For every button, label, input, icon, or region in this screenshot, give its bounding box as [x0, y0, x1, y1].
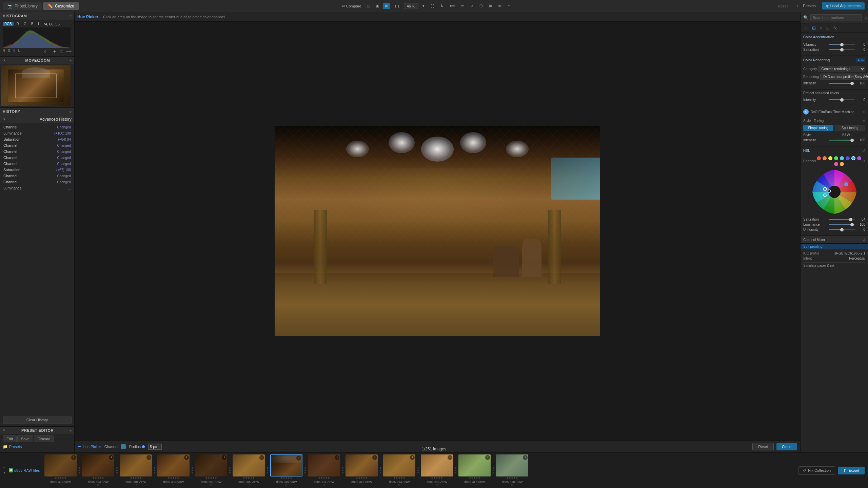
main-image[interactable] — [275, 126, 600, 336]
film-thumb[interactable]: ℹ — [233, 454, 265, 476]
local-adjustments-button[interactable]: ◎ Local Adjustments — [822, 2, 865, 9]
reset-bottom-button[interactable]: Reset — [752, 443, 774, 450]
toolbar-ratio-btn[interactable]: 1:1 — [392, 3, 401, 9]
channel-dot-purple[interactable] — [857, 156, 861, 160]
hist-tab-r[interactable]: R — [15, 22, 21, 26]
film-info-icon[interactable]: ℹ — [296, 456, 301, 461]
film-item[interactable]: ℹ ★★★★★ d885-315.ARW ⚐ — [421, 454, 453, 487]
zoom-dropdown-btn[interactable]: ▾ — [420, 3, 427, 9]
film-thumb[interactable]: ℹ — [346, 454, 378, 476]
nik-collection-button[interactable]: ↺ Nik Collection — [798, 466, 835, 475]
history-item[interactable]: Saturation (+84) 84 — [0, 136, 74, 142]
film-item[interactable]: ℹ ★★★★★ d885-318.ARW ⚐ — [496, 454, 528, 487]
rendering-intensity-thumb[interactable] — [850, 82, 854, 85]
hsl-luminance-track[interactable] — [829, 224, 855, 225]
history-item[interactable]: Channel Changed — [0, 148, 74, 155]
saturation-accentuation-thumb[interactable] — [840, 48, 844, 52]
presets-button[interactable]: ⟵ Presets — [792, 2, 820, 9]
right-square-btn[interactable]: □ — [825, 25, 831, 31]
toolbar-view1-btn[interactable]: □ — [366, 3, 372, 9]
color-wheel-svg[interactable] — [811, 168, 858, 216]
vibrancy-slider-track[interactable] — [829, 44, 855, 45]
film-info-icon[interactable]: ℹ — [222, 455, 226, 460]
search-corrections-input[interactable] — [810, 14, 862, 21]
toolbar-compare-btn[interactable]: ⧉ Compare — [340, 3, 363, 9]
toolbar-grid-btn[interactable]: ⊞ — [487, 3, 494, 9]
channel-dot-magenta[interactable] — [834, 162, 838, 166]
color-accentuation-header[interactable]: Color Accentuation — [801, 33, 868, 41]
image-container[interactable] — [75, 22, 800, 440]
history-item[interactable]: Channel Changed — [0, 142, 74, 148]
toolbar-view3-btn[interactable]: ⊞ — [383, 3, 390, 9]
film-info-icon[interactable]: ℹ — [184, 455, 189, 460]
toolbar-measure-btn[interactable]: ⊿ — [468, 3, 475, 9]
history-item[interactable]: Luminance (+100) 100 — [0, 130, 74, 136]
film-item[interactable]: ℹ ★★★★★ d885-307.ARW ⚐ — [195, 454, 227, 487]
channel-dot-green[interactable] — [834, 156, 838, 160]
right-sun-btn[interactable]: ☼ — [803, 25, 809, 31]
film-thumb[interactable]: ℹ — [421, 454, 453, 476]
close-bottom-button[interactable]: Close — [776, 443, 797, 450]
preset-tab-discard[interactable]: Discard — [34, 435, 54, 442]
px-value-input[interactable] — [148, 444, 162, 450]
film-thumb[interactable]: ℹ — [458, 454, 491, 476]
film-thumb[interactable]: ℹ — [82, 454, 114, 476]
film-thumb[interactable]: ℹ — [308, 454, 340, 476]
hsl-uniformity-thumb[interactable] — [840, 228, 844, 231]
toolbar-horizon-btn[interactable]: ⟺ — [448, 3, 457, 9]
toolbar-more-btn[interactable]: ⋯ — [506, 3, 514, 9]
rendering-select[interactable]: DxO camera profile (Sony A6000) — [820, 74, 868, 80]
toolbar-eye-btn[interactable]: 👁 — [496, 3, 504, 9]
move-zoom-menu-btn[interactable]: ≡ — [70, 59, 72, 62]
toolbar-select-btn[interactable]: ⬡ — [477, 3, 485, 9]
film-item[interactable]: ℹ ★★★★★ d885-313.ARW ⚐ — [346, 454, 378, 487]
advanced-history-header[interactable]: ▼ Advanced History — [0, 115, 74, 123]
right-fx-btn[interactable]: fx — [832, 25, 838, 31]
right-grid-btn[interactable]: ⊞ — [811, 25, 817, 31]
film-info-icon[interactable]: ℹ — [109, 455, 114, 460]
toolbar-rotate-btn[interactable]: ↻ — [438, 3, 446, 9]
histogram-header[interactable]: HISTOGRAM ≡ — [0, 12, 74, 20]
preset-editor-menu-btn[interactable]: ≡ — [70, 429, 72, 432]
search-star-btn[interactable]: ☆ — [864, 15, 868, 20]
right-circle-btn[interactable]: ○ — [818, 25, 824, 31]
hist-tab-g[interactable]: G — [22, 22, 28, 26]
simple-toning-btn[interactable]: Simple toning — [803, 125, 833, 131]
film-item[interactable]: ℹ ★★★★★ d885-304.ARW ⚐ — [120, 454, 152, 487]
customize-tab[interactable]: ✏️ Customize — [43, 2, 79, 10]
hsl-header[interactable]: HSL ↺ — [801, 146, 868, 155]
clear-history-button[interactable]: Clear History — [3, 416, 72, 424]
history-item[interactable]: Channel Changed — [0, 155, 74, 161]
history-header[interactable]: HISTORY ≡ — [0, 108, 74, 115]
film-thumb[interactable]: ℹ — [44, 454, 77, 476]
channel-dot-red[interactable] — [817, 156, 821, 160]
film-item[interactable]: ℹ ★★★★★ d885-302.ARW ⚐ — [44, 454, 77, 487]
history-item[interactable]: Channel Changed — [0, 179, 74, 185]
channel-dot-orange[interactable] — [823, 156, 827, 160]
rendering-intensity-track[interactable] — [829, 83, 855, 84]
filmpack-header[interactable]: ↻ DxO FilmPack Time Machine ☆ — [801, 106, 868, 118]
color-rendering-header[interactable]: Color Rendering Auto — [801, 56, 868, 64]
channel-dot-cyan[interactable] — [840, 156, 844, 160]
move-zoom-header[interactable]: ▼ MOVE/ZOOM ≡ — [0, 57, 74, 64]
film-info-icon[interactable]: ℹ — [71, 455, 76, 460]
hsl-saturation-thumb[interactable] — [849, 218, 852, 221]
export-button[interactable]: ⬆ Export — [838, 467, 865, 474]
hsl-uniformity-track[interactable] — [829, 229, 855, 230]
film-item[interactable]: ℹ ★★★★★ d885-305.ARW ⚐ — [157, 454, 190, 487]
film-item[interactable]: ℹ ★★★★★ d885-303.ARW ⚐ — [82, 454, 114, 487]
preset-tab-edit[interactable]: Edit — [3, 435, 17, 442]
film-item[interactable]: ℹ ★★★★★ d885-311.ARW ⚐ — [308, 454, 340, 487]
saturation-accentuation-slider-track[interactable] — [829, 49, 855, 50]
channel-mixer-header[interactable]: Channel Mixer ↺ — [801, 236, 868, 243]
channel-dot-blue2[interactable] — [851, 156, 855, 160]
history-item[interactable]: Channel Changed — [0, 173, 74, 179]
film-thumb-selected[interactable]: ℹ — [270, 454, 302, 476]
mini-preview[interactable] — [1, 65, 71, 106]
film-item-selected[interactable]: ℹ ★★★★★ d885-310.ARW ⚐ — [270, 454, 302, 487]
category-select[interactable]: Generic renderings — [818, 66, 865, 72]
film-thumb[interactable]: ℹ — [195, 454, 227, 476]
hist-tab-l[interactable]: L — [36, 22, 42, 26]
history-item[interactable]: Channel Changed — [0, 161, 74, 167]
preset-editor-header[interactable]: ✕ PRESET EDITOR ≡ — [0, 427, 74, 434]
